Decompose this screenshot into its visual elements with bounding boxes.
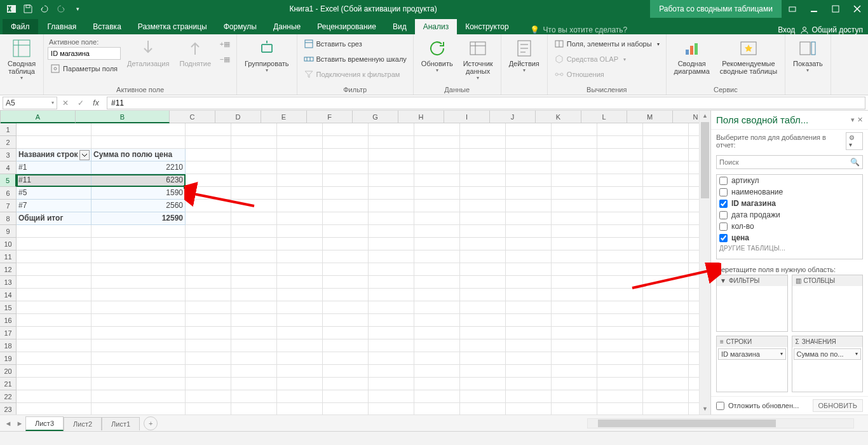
cell-K22[interactable] xyxy=(552,390,597,403)
cell-B1[interactable] xyxy=(92,123,186,136)
field-checkbox-2[interactable] xyxy=(719,200,728,208)
cell-B21[interactable] xyxy=(92,378,186,390)
change-source-button[interactable]: Источник данных ▾ xyxy=(459,37,497,82)
cell-H20[interactable] xyxy=(414,365,460,378)
cell-L11[interactable] xyxy=(597,250,643,263)
cell-L21[interactable] xyxy=(597,378,643,390)
cell-B17[interactable] xyxy=(92,327,186,339)
ribbon-display-icon[interactable] xyxy=(782,0,803,18)
cell-D18[interactable] xyxy=(231,339,277,352)
cell-E17[interactable] xyxy=(277,327,323,339)
cell-G1[interactable] xyxy=(369,123,414,136)
cell-A1[interactable] xyxy=(17,123,92,136)
cell-N4[interactable] xyxy=(689,161,699,174)
cell-G2[interactable] xyxy=(369,136,414,149)
cell-A9[interactable] xyxy=(17,225,92,238)
cell-A11[interactable] xyxy=(17,250,92,263)
cell-F9[interactable] xyxy=(323,225,369,238)
cell-E22[interactable] xyxy=(277,390,323,403)
row-header-1[interactable]: 1 xyxy=(0,123,17,136)
cell-D6[interactable] xyxy=(231,187,277,200)
cell-C6[interactable] xyxy=(186,187,231,200)
cell-L12[interactable] xyxy=(597,263,643,276)
field-1[interactable]: наименование xyxy=(717,186,862,198)
row-header-13[interactable]: 13 xyxy=(0,276,17,289)
cell-G10[interactable] xyxy=(369,238,414,250)
tab-view[interactable]: Вид xyxy=(384,19,415,34)
cell-F10[interactable] xyxy=(323,238,369,250)
cell-N14[interactable] xyxy=(689,289,699,301)
cell-K23[interactable] xyxy=(552,403,597,414)
cell-C12[interactable] xyxy=(186,263,231,276)
cell-F11[interactable] xyxy=(323,250,369,263)
active-field-input[interactable] xyxy=(48,47,121,60)
cell-K20[interactable] xyxy=(552,365,597,378)
cell-I1[interactable] xyxy=(460,123,506,136)
cell-J21[interactable] xyxy=(506,378,552,390)
cell-I17[interactable] xyxy=(460,327,506,339)
cell-E12[interactable] xyxy=(277,263,323,276)
row-header-17[interactable]: 17 xyxy=(0,327,17,339)
cell-A10[interactable] xyxy=(17,238,92,250)
cell-F23[interactable] xyxy=(323,403,369,414)
cell-G9[interactable] xyxy=(369,225,414,238)
defer-update-checkbox[interactable] xyxy=(716,402,724,410)
col-header-H[interactable]: H xyxy=(398,111,444,123)
cell-I23[interactable] xyxy=(460,403,506,414)
cell-K5[interactable] xyxy=(552,174,597,187)
cell-D7[interactable] xyxy=(231,200,277,212)
cell-A3[interactable]: Названия строк xyxy=(17,149,92,161)
cell-K17[interactable] xyxy=(552,327,597,339)
col-header-D[interactable]: D xyxy=(215,111,261,123)
cell-N6[interactable] xyxy=(689,187,699,200)
cell-E1[interactable] xyxy=(277,123,323,136)
cell-A5[interactable]: #11 xyxy=(17,174,92,187)
cell-N13[interactable] xyxy=(689,276,699,289)
cell-C5[interactable] xyxy=(186,174,231,187)
field-2[interactable]: ID магазина xyxy=(717,198,862,209)
cell-E14[interactable] xyxy=(277,289,323,301)
cell-A16[interactable] xyxy=(17,314,92,327)
cell-B5[interactable]: 6230 xyxy=(92,174,186,187)
cell-H2[interactable] xyxy=(414,136,460,149)
cell-M2[interactable] xyxy=(643,136,689,149)
cell-K18[interactable] xyxy=(552,339,597,352)
cell-M14[interactable] xyxy=(643,289,689,301)
cell-E7[interactable] xyxy=(277,200,323,212)
cell-B3[interactable]: Сумма по полю цена xyxy=(92,149,186,161)
cell-F15[interactable] xyxy=(323,301,369,314)
cell-I21[interactable] xyxy=(460,378,506,390)
cell-B15[interactable] xyxy=(92,301,186,314)
cell-A18[interactable] xyxy=(17,339,92,352)
cell-I12[interactable] xyxy=(460,263,506,276)
cell-E23[interactable] xyxy=(277,403,323,414)
filters-area[interactable]: ▼ФИЛЬТРЫ xyxy=(716,275,788,332)
cell-M23[interactable] xyxy=(643,403,689,414)
cell-H23[interactable] xyxy=(414,403,460,414)
cell-E16[interactable] xyxy=(277,314,323,327)
cell-F2[interactable] xyxy=(323,136,369,149)
cell-G13[interactable] xyxy=(369,276,414,289)
cell-D11[interactable] xyxy=(231,250,277,263)
cell-C23[interactable] xyxy=(186,403,231,414)
pivotchart-button[interactable]: Сводная диаграмма xyxy=(670,37,714,76)
cell-K4[interactable] xyxy=(552,161,597,174)
field-5[interactable]: цена xyxy=(717,232,862,243)
cell-J20[interactable] xyxy=(506,365,552,378)
cell-L16[interactable] xyxy=(597,314,643,327)
cell-H14[interactable] xyxy=(414,289,460,301)
row-header-15[interactable]: 15 xyxy=(0,301,17,314)
redo-icon[interactable] xyxy=(53,1,69,17)
tab-review[interactable]: Рецензирование xyxy=(309,19,384,34)
row-header-2[interactable]: 2 xyxy=(0,136,17,149)
cell-A23[interactable] xyxy=(17,403,92,414)
cell-N19[interactable] xyxy=(689,352,699,365)
cell-N17[interactable] xyxy=(689,327,699,339)
cell-G12[interactable] xyxy=(369,263,414,276)
cell-I2[interactable] xyxy=(460,136,506,149)
cell-M7[interactable] xyxy=(643,200,689,212)
cell-F6[interactable] xyxy=(323,187,369,200)
cell-G17[interactable] xyxy=(369,327,414,339)
tab-page-layout[interactable]: Разметка страницы xyxy=(130,19,215,34)
col-header-A[interactable]: A xyxy=(1,111,76,123)
